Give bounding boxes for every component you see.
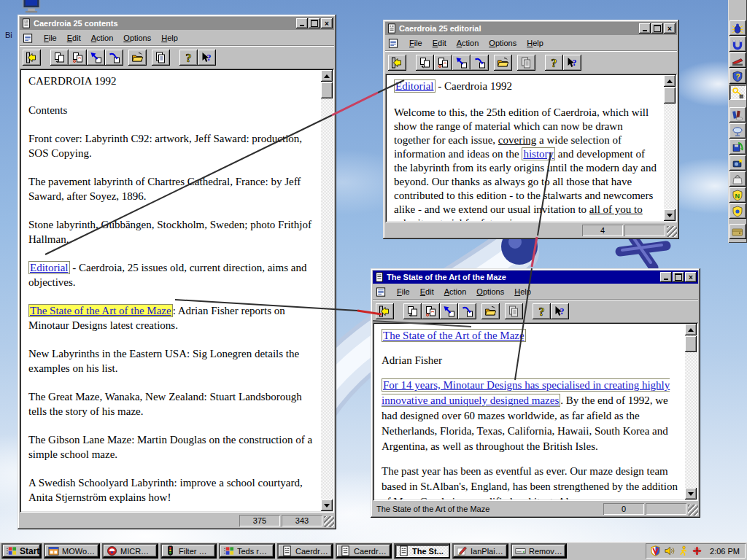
scroll-down-button[interactable] [664, 209, 676, 221]
menu-help[interactable]: Help [509, 286, 536, 298]
copy-button[interactable] [517, 55, 535, 71]
taskbar-task-caerdroia-2[interactable]: Caerdroia... [336, 543, 392, 559]
vertical-scrollbar[interactable] [664, 75, 676, 221]
shield-question-icon[interactable] [729, 69, 746, 84]
disk-sync-icon[interactable] [729, 139, 746, 155]
titlebar[interactable]: Caerdroia 25 editorial × [385, 22, 677, 35]
menu-help[interactable]: Help [156, 32, 183, 44]
scroll-up-button[interactable] [664, 75, 676, 87]
bug-icon[interactable] [729, 20, 746, 36]
resize-grip[interactable] [688, 505, 698, 516]
exit-back-button[interactable] [23, 50, 41, 66]
hyperlink[interactable]: The State of the Art of the Maze [28, 304, 173, 317]
link-in-button[interactable] [458, 303, 476, 319]
minimize-button[interactable] [660, 272, 672, 282]
scroll-thumb[interactable] [664, 88, 676, 104]
open-folder-button[interactable] [494, 55, 512, 71]
shield-n-icon[interactable] [729, 187, 746, 203]
camera-star-icon[interactable] [729, 155, 746, 171]
scroll-thumb[interactable] [685, 336, 697, 352]
resize-grip[interactable] [324, 516, 334, 527]
maximize-button[interactable] [673, 272, 684, 282]
desktop-icon-label[interactable]: Bi [5, 31, 12, 39]
exit-back-button[interactable] [388, 55, 406, 71]
close-button[interactable]: × [664, 23, 676, 34]
vertical-scrollbar[interactable] [685, 324, 697, 499]
taskbar-task-caerdroia-1[interactable]: Caerdroia... [277, 543, 333, 559]
link-in-button[interactable] [105, 50, 123, 66]
help-button[interactable] [545, 55, 563, 71]
titlebar[interactable]: Caerdroia 25 contents × [20, 17, 334, 30]
minimize-button[interactable] [639, 23, 651, 34]
taskbar-task-ianplain[interactable]: IanPlain... [452, 543, 508, 559]
virus-icon[interactable] [692, 545, 703, 556]
hyperlink[interactable]: Editorial [28, 261, 70, 274]
help-button[interactable] [179, 50, 198, 66]
scroll-up-button[interactable] [685, 324, 697, 335]
stapler-icon[interactable] [729, 52, 746, 68]
link-out-button[interactable] [452, 55, 471, 71]
open-folder-button[interactable] [481, 303, 500, 319]
document-text[interactable]: CAERDROIA 1992 Contents Front cover: Lab… [21, 70, 321, 511]
page-icon[interactable] [387, 37, 400, 50]
scroll-down-button[interactable] [321, 499, 333, 511]
context-help-button[interactable] [563, 55, 581, 71]
maximize-button[interactable] [309, 18, 320, 28]
menu-file[interactable]: File [39, 32, 62, 44]
my-computer-icon[interactable] [20, 0, 42, 14]
context-help-button[interactable] [198, 50, 216, 66]
wallet-icon[interactable] [729, 224, 746, 239]
context-help-button[interactable] [551, 303, 569, 319]
menu-help[interactable]: Help [522, 37, 549, 50]
hyperlink[interactable]: Editorial [394, 79, 436, 93]
copy-page-button[interactable] [403, 303, 422, 319]
speaker-icon[interactable] [664, 545, 675, 556]
open-folder-button[interactable] [128, 50, 147, 66]
copy-button[interactable] [505, 303, 523, 319]
hyperlink[interactable]: history [522, 147, 555, 160]
shield-badge-icon[interactable] [729, 203, 746, 219]
vertical-scrollbar[interactable] [321, 70, 333, 511]
magnet-icon[interactable] [729, 36, 746, 52]
document-text[interactable]: Editorial - Caerdroia 1992 Welcome to th… [387, 75, 664, 221]
link-out-button[interactable] [440, 303, 458, 319]
link-out-button[interactable] [87, 50, 105, 66]
menu-edit[interactable]: Edit [415, 286, 439, 298]
paste-page-button[interactable] [434, 55, 452, 71]
bag-icon[interactable] [729, 171, 746, 187]
start-button[interactable]: Start [1, 543, 42, 559]
scroll-thumb[interactable] [321, 82, 333, 98]
scroll-up-button[interactable] [321, 70, 333, 82]
exit-back-button[interactable] [376, 303, 394, 319]
resize-grip[interactable] [667, 226, 677, 237]
menu-options[interactable]: Options [118, 32, 156, 44]
menu-options[interactable]: Options [484, 37, 522, 50]
titlebar[interactable]: The State of the Art of the Maze × [373, 271, 698, 284]
page-icon[interactable] [21, 32, 35, 44]
copy-page-button[interactable] [50, 50, 69, 66]
menu-options[interactable]: Options [471, 286, 509, 298]
menu-file[interactable]: File [404, 37, 427, 50]
taskbar-task-teds[interactable]: Teds ren... [219, 543, 275, 559]
satellite-dish-icon[interactable] [729, 123, 746, 139]
taskbar-task-microc[interactable]: MICROC... [102, 543, 158, 559]
vshield-icon[interactable] [650, 545, 661, 556]
copy-page-button[interactable] [416, 55, 434, 71]
copy-button[interactable] [152, 50, 170, 66]
minimize-button[interactable] [296, 18, 308, 28]
help-button[interactable] [533, 303, 551, 319]
close-button[interactable]: × [685, 272, 697, 282]
menu-action[interactable]: Action [452, 37, 484, 50]
menu-edit[interactable]: Edit [62, 32, 86, 44]
taskbar-task-state-of-art[interactable]: The St... [394, 543, 450, 559]
menu-edit[interactable]: Edit [427, 37, 452, 50]
paste-page-button[interactable] [422, 303, 440, 319]
page-icon[interactable] [374, 286, 388, 298]
taskbar-task-moworks[interactable]: MOWorks [44, 543, 100, 559]
books-disk-icon[interactable] [729, 107, 746, 122]
cable-plug-icon[interactable] [729, 85, 746, 100]
hyperlink[interactable]: The State of the Art of the Maze [382, 329, 526, 342]
walking-person-icon[interactable] [678, 545, 689, 556]
close-button[interactable]: × [321, 18, 333, 28]
link-in-button[interactable] [471, 55, 489, 71]
